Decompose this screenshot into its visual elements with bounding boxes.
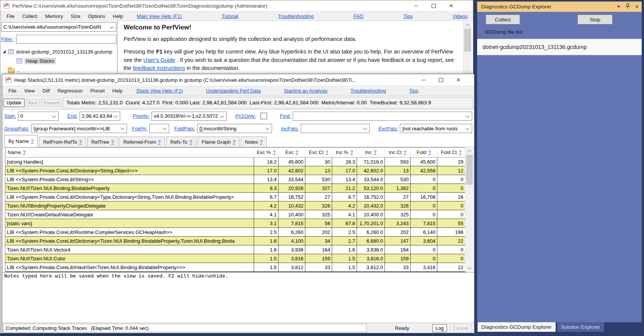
pin-icon[interactable] [626,3,630,10]
stack-view-tab[interactable]: By Name? [4,135,38,147]
scroll-down-icon[interactable] [465,265,474,272]
cancel-button[interactable]: Cancel [450,324,471,332]
chevron-down-icon[interactable] [52,113,56,117]
excpats-label-link[interactable]: ExcPats: [378,126,398,131]
forward-button[interactable]: Forward [41,99,61,106]
chevron-down-icon[interactable] [363,126,367,130]
tree-item-gcdump-file[interactable]: dotnet-gcdump_20231013_131136.gcdump [1,47,116,56]
tab-help-link[interactable]: ? [189,139,192,145]
tab-help-link[interactable]: ? [233,139,235,145]
column-header[interactable]: Inc? [357,148,385,157]
column-help-link[interactable]: ? [295,149,298,155]
close-icon[interactable]: × [635,4,639,10]
log-button[interactable]: Log [432,324,447,332]
chevron-down-icon[interactable] [465,113,470,117]
column-header[interactable]: Inc %? [332,148,357,157]
minimize-button[interactable] [407,0,425,11]
table-row[interactable]: Tizen.NUI!CreateDefaultValueDelegate 4.1… [5,210,465,219]
column-help-link[interactable]: ? [459,149,461,155]
gcdump-file-item[interactable]: dotnet-gcdump20231013_131136.gcdump [477,39,642,55]
menu-link[interactable]: Starting an Analysis [284,88,328,94]
chevron-down-icon[interactable] [109,24,114,28]
chevron-down-icon[interactable] [113,113,117,117]
tree-item-parent-dir[interactable]: .. [1,65,116,75]
table-scrollbar[interactable] [465,147,474,272]
foldpats-label-link[interactable]: FoldPats: [174,126,195,131]
tab-help-link[interactable]: ? [31,138,33,144]
end-label-link[interactable]: End: [67,113,78,119]
chevron-down-icon[interactable] [465,126,470,130]
tree-item-heap-stacks[interactable]: Heap Stacks [1,56,116,65]
stack-view-tab[interactable]: Referred-From? [119,136,165,147]
tool-window-header[interactable]: Diagnostics GCDump Explorer × [477,2,642,12]
tab-help-link[interactable]: ? [111,139,114,145]
menu-item[interactable]: Options [84,13,109,19]
start-combo[interactable]: 0 [18,112,59,121]
find-combo[interactable] [293,112,472,121]
end-combo[interactable]: 2,98,42,83,64 [80,112,120,121]
chevron-down-icon[interactable] [163,126,167,130]
menu-link[interactable]: Videos [452,13,468,19]
scroll-thumb[interactable] [466,155,473,185]
foldpct-label-link[interactable]: Fold%: [132,126,147,131]
scroll-up-icon[interactable] [465,147,474,154]
menu-item[interactable]: Help [109,88,127,94]
title-bar[interactable]: Heap Stacks(2,51,131 metric) dotnet-gcdu… [2,74,474,86]
stack-view-tab[interactable]: RefTree? [87,136,118,147]
incpats-label-link[interactable]: IncPats: [281,126,299,131]
menu-item[interactable]: Preset [86,88,109,94]
pri1only-label-link[interactable]: Pri1Only: [235,113,256,119]
menu-link[interactable]: Tutorial [222,13,238,19]
table-row[interactable]: [strong Handles] 18.2 45,600 30 28.3 71,… [5,157,465,166]
close-button[interactable]: × [442,0,460,11]
close-button[interactable]: × [450,74,467,86]
menu-item[interactable]: File [5,88,20,94]
menu-link[interactable]: Tips [403,13,412,19]
start-label-link[interactable]: Start: [4,113,16,119]
column-help-link[interactable]: ? [326,149,328,155]
filter-label-link[interactable]: Filter: [1,36,14,42]
column-header[interactable]: Exc %? [254,148,279,157]
foldpct-combo[interactable] [149,124,169,133]
title-bar[interactable]: PerfView C:\Users\vivek.ellur\source\rep… [0,0,473,11]
column-help-link[interactable]: ? [374,149,377,155]
table-row[interactable]: Tizen.NUI!BindingPropertyChangedDelegate… [5,201,465,210]
maximize-button[interactable] [425,0,442,11]
chevron-down-icon[interactable] [220,113,224,117]
expander-icon[interactable] [3,50,6,53]
table-row[interactable]: Tizen.NUI!Tizen.NUI.Vector4 1.6 3,936 16… [5,245,465,254]
table-row[interactable]: LIB <<System.Private.CoreLib!Dictionary<… [5,237,465,245]
pri1only-checkbox[interactable] [261,113,267,119]
excpats-combo[interactable]: [not reachable from roots [400,124,472,133]
menu-item[interactable]: File [3,13,18,19]
menu-link[interactable]: Stack View Help (F1) [136,88,183,94]
menu-link[interactable]: FAQ [354,13,364,19]
collect-button[interactable]: Collect [486,15,520,24]
menu-item[interactable]: Regression [54,88,86,94]
back-button[interactable]: Back [26,99,40,106]
table-row[interactable]: Tizen.NUI!Tizen.NUI.Color 1.5 3,816 159 … [5,254,465,263]
minimize-button[interactable] [414,74,432,86]
menu-item[interactable]: View [20,88,39,94]
stack-view-tab[interactable]: RefFrom-RefTo? [39,136,86,147]
foldpats-combo[interactable]: [];mscorlib!String [197,124,272,133]
stack-view-tab[interactable]: Notes? [241,136,267,147]
menu-link[interactable]: Understanding Perf Data [206,88,261,94]
grouppats-label-link[interactable]: GroupPats: [4,126,29,131]
update-button[interactable]: Update [3,99,24,107]
table-row[interactable]: [static vars] 3.1 7,815 56 67.8 1,70,201… [5,219,465,228]
stack-view-tab[interactable]: Refs-To? [166,136,196,147]
menu-item[interactable]: Size [67,13,84,19]
menu-item[interactable]: Memory [41,13,67,19]
users-guide-link[interactable]: User's Guide [143,57,175,63]
table-row[interactable]: LIB <<System.Private.CoreLib!Dictionary<… [5,193,465,201]
column-help-link[interactable]: ? [350,149,353,155]
incpats-combo[interactable] [301,124,370,133]
maximize-button[interactable] [432,74,450,86]
tab-help-link[interactable]: ? [158,139,161,145]
feedback-instructions-link[interactable]: feedback instructions [133,65,185,71]
column-help-link[interactable]: ? [404,149,406,155]
column-help-link[interactable]: ? [273,149,276,155]
table-row[interactable]: LIB <<System.Private.CoreLib!Runtime.Com… [5,228,465,237]
scroll-thumb[interactable] [464,29,471,52]
